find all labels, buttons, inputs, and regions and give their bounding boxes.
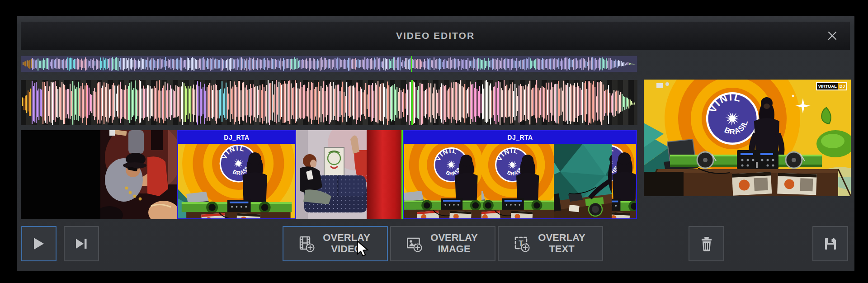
virtualdj-watermark: VIRTUAL DJ [816, 82, 847, 90]
close-button[interactable] [825, 28, 840, 43]
play-button[interactable] [21, 226, 57, 261]
save-button[interactable] [812, 226, 848, 261]
clip4-dj-scene-a [404, 144, 481, 218]
clip4-overhead-scene [554, 144, 612, 218]
close-icon [827, 31, 837, 41]
title-bar: VIDEO EDITOR [21, 22, 850, 50]
play-icon [33, 237, 44, 250]
virtualdj-watermark-left: VIRTUAL [817, 83, 838, 90]
preview-video: VIRTUAL DJ [644, 80, 851, 196]
overlay-text-button[interactable]: T OVERLAY TEXT [498, 226, 603, 261]
clip-thumbnail-3[interactable] [296, 130, 402, 219]
dialog-title: VIDEO EDITOR [396, 30, 475, 41]
clip4-title-bar: DJ_RTA [404, 131, 636, 144]
clip3-red-frame [367, 130, 402, 219]
overlay-video-button[interactable]: OVERLAY VIDEO [283, 226, 388, 261]
screen: VIDEO EDITOR [0, 0, 868, 283]
overlay-video-label: OVERLAY VIDEO [321, 232, 373, 255]
clip-thumbnail-1[interactable] [21, 130, 177, 219]
video-editor-dialog: VIDEO EDITOR [17, 16, 854, 271]
image-plus-icon [406, 236, 423, 252]
clip2-dj-scene [178, 144, 295, 218]
filmstrip-timeline: DJ_RTA [21, 130, 637, 219]
preview-dj-scene [644, 80, 851, 196]
clip4-title: DJ_RTA [507, 134, 533, 141]
overlay-text-label: OVERLAY TEXT [536, 232, 588, 255]
overview-playhead [411, 56, 412, 72]
main-waveform[interactable] [21, 80, 637, 125]
main-playhead [411, 80, 413, 125]
clip1-black-frame [21, 130, 100, 219]
clip4-dj-scene-b [481, 144, 554, 218]
floppy-disk-icon [823, 236, 838, 251]
clip-thumbnail-4[interactable]: DJ_RTA [403, 130, 637, 219]
filmstrip-playhead [401, 130, 403, 219]
clip3-couch-scene [296, 130, 367, 219]
overview-waveform[interactable] [21, 56, 637, 72]
trash-icon [699, 236, 714, 252]
clip2-title-bar: DJ_RTA [178, 131, 295, 144]
next-frame-button[interactable] [64, 226, 99, 261]
text-plus-icon: T [514, 236, 530, 252]
overlay-image-button[interactable]: OVERLAY IMAGE [390, 226, 495, 261]
virtualdj-watermark-right: DJ [838, 83, 846, 90]
clip4-dj-scene-c [612, 144, 636, 218]
skip-to-next-icon [75, 238, 87, 249]
clip-thumbnail-2[interactable]: DJ_RTA [177, 130, 296, 219]
clip1-party-scene [100, 130, 177, 219]
clip2-title: DJ_RTA [224, 134, 249, 141]
overlay-image-label: OVERLAY IMAGE [429, 232, 480, 255]
film-plus-icon [298, 236, 315, 252]
delete-button[interactable] [689, 226, 724, 261]
